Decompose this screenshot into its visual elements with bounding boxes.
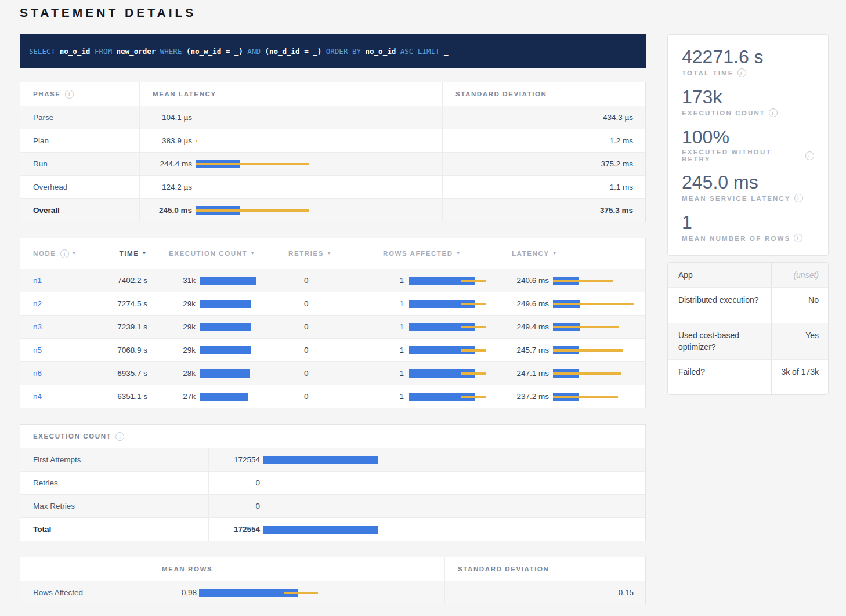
execution-count-header: EXECUTION COUNT i [20,425,645,448]
execution-count-column-sort[interactable]: EXECUTION COUNT [169,250,247,257]
node-latency-bar [553,300,639,308]
stat-total-time: 42271.6 s TOTAL TIMEi [682,46,814,77]
node-rows-affected: 1 [376,299,404,308]
phase-header-cell: PHASE i [20,82,140,106]
property-value: No [771,288,828,323]
rows-affected-label: Rows Affected [33,588,83,597]
stat-label: EXECUTED WITHOUT RETRY [682,148,802,162]
node-link[interactable]: n1 [33,276,42,285]
rows-affected-bar [409,369,495,378]
node-retries: 0 [304,323,309,331]
latency-bar [196,206,438,215]
page-title: STATEMENT DETAILS [20,6,829,20]
node-rows-affected: 1 [376,276,404,285]
table-row: n3 7239.1 s 29k 0 1 249.4 ms [20,315,645,338]
info-icon[interactable]: i [794,234,802,242]
node-latency: 240.6 ms [511,276,549,285]
exec-count-bar [200,346,272,354]
time-column-sort[interactable]: TIME [120,250,139,257]
exec-count-bar [263,526,639,534]
rows-affected-bar [409,300,495,308]
node-column-sort[interactable]: NODE [33,250,56,257]
node-link[interactable]: n3 [33,323,42,331]
exec-count-bar [263,502,639,510]
mean-latency-header-cell: MEAN LATENCY [140,82,442,106]
node-latency: 249.6 ms [511,299,549,308]
table-row: Retries 0 [20,471,645,494]
std-dev-value: 375.2 ms [601,160,633,168]
property-label: Failed? [668,360,771,394]
sort-desc-icon[interactable]: ▼ [552,251,558,256]
latency-bar [196,114,438,122]
rows-affected-bar [409,323,495,331]
std-dev-column-label: STANDARD DEVIATION [455,90,547,97]
node-time: 7274.5 s [117,299,147,308]
node-exec-count: 28k [169,369,196,378]
sort-desc-icon[interactable]: ▼ [142,251,147,256]
info-icon[interactable]: i [805,151,814,160]
latency-column-sort[interactable]: LATENCY [512,250,549,257]
retries-column-sort[interactable]: RETRIES [288,250,324,257]
property-value: (unset) [771,263,828,287]
latency-bar [196,160,438,168]
node-link[interactable]: n6 [33,369,42,378]
info-icon[interactable]: i [769,108,778,117]
node-time: 6935.7 s [117,369,147,378]
stat-executed-without-retry: 100% EXECUTED WITHOUT RETRYi [682,126,814,162]
info-icon[interactable]: i [115,432,124,441]
info-icon[interactable]: i [794,194,803,202]
node-link[interactable]: n4 [33,392,42,401]
node-link[interactable]: n2 [33,299,42,308]
node-latency: 247.1 ms [511,369,549,378]
rows-affected-header: MEAN ROWS STANDARD DEVIATION [20,557,645,581]
node-latency: 245.7 ms [511,346,549,354]
exec-row-label: Total [33,525,51,534]
property-row-app: App (unset) [668,263,828,287]
rows-affected-bar [409,277,495,285]
sort-desc-icon[interactable]: ▼ [250,251,256,256]
std-dev-value: 434.3 µs [603,113,633,122]
exec-row-value: 0 [214,479,260,487]
phase-label: Overhead [33,183,67,191]
node-exec-count: 29k [169,299,196,308]
stat-value: 100% [682,126,814,148]
node-rows-affected: 1 [376,369,404,378]
rows-affected-column-sort[interactable]: ROWS AFFECTED [383,250,453,257]
table-row: Rows Affected 0.98 0.15 [20,581,645,604]
latency-bar [196,137,438,145]
summary-stats-card: 42271.6 s TOTAL TIMEi 173k EXECUTION COU… [667,34,829,256]
property-label: App [668,263,771,287]
rows-affected-bar [409,346,495,354]
execution-count-title: EXECUTION COUNT [33,433,111,440]
info-icon[interactable]: i [65,90,74,99]
property-row-failed: Failed? 3k of 173k [668,359,828,394]
info-icon[interactable]: i [737,68,746,77]
rows-affected-table: MEAN ROWS STANDARD DEVIATION Rows Affect… [20,557,646,604]
std-dev-value: 1.2 ms [609,136,633,145]
phase-latency-table: PHASE i MEAN LATENCY STANDARD DEVIATION … [20,82,646,222]
phase-label: Run [33,160,48,168]
exec-count-bar [200,300,272,308]
node-table-header: NODE i ▼ TIME ▼ EXECUTION COUNT ▼ RETRIE… [20,238,645,269]
mean-rows-value: 0.98 [162,588,197,597]
sort-desc-icon[interactable]: ▼ [456,251,462,256]
table-row: n6 6935.7 s 28k 0 1 247.1 ms [20,361,645,385]
table-row: Run 244.4 ms 375.2 ms [20,152,645,175]
mean-latency-value: 383.9 µs [153,136,192,145]
sort-desc-icon[interactable]: ▼ [72,251,78,256]
std-dev-value: 375.3 ms [600,206,633,215]
stat-value: 1 [682,212,814,233]
table-row: First Attempts 172554 [20,448,645,471]
stat-execution-count: 173k EXECUTION COUNTi [682,86,814,117]
table-row-overall: Overall 245.0 ms 375.3 ms [20,198,645,222]
property-value: 3k of 173k [771,360,828,394]
node-rows-affected: 1 [376,323,404,331]
node-link[interactable]: n5 [33,346,42,354]
info-icon[interactable]: i [60,249,69,258]
node-exec-count: 29k [169,323,196,331]
mean-latency-value: 245.0 ms [153,206,192,215]
std-dev-value: 1.1 ms [609,183,633,191]
mean-latency-column-label: MEAN LATENCY [153,90,216,97]
phase-table-header: PHASE i MEAN LATENCY STANDARD DEVIATION [20,82,645,106]
sort-desc-icon[interactable]: ▼ [327,251,332,256]
